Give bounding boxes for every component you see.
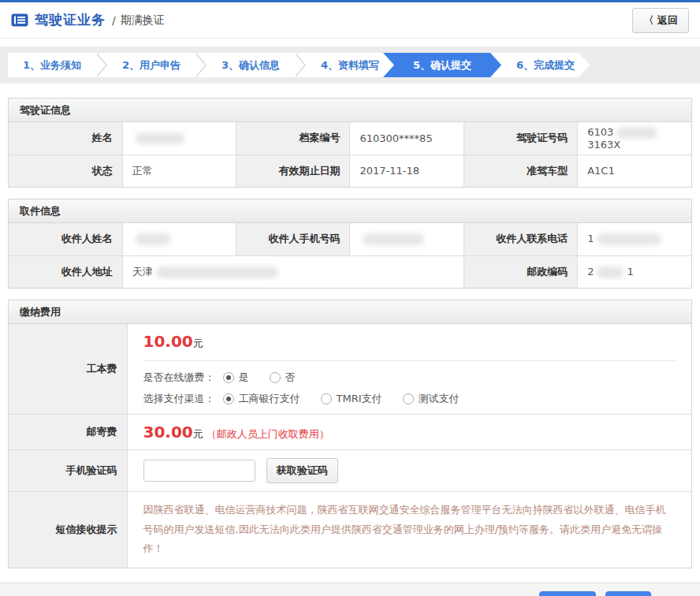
table-row: 短信接收提示 因陕西省联通、电信运营商技术问题，陕西省互联网交通安全综合服务管理…	[9, 492, 691, 568]
breadcrumb-current: 期满换证	[121, 13, 165, 28]
expiry-date-label: 有效期止日期	[236, 155, 350, 187]
table-row: 工本费 10.00元 是否在线缴费： 是 否 选择支付渠道： 工商银行支付 TM…	[9, 324, 691, 415]
step-1-business-notice[interactable]: 1、业务须知	[8, 53, 96, 77]
online-pay-yes-radio[interactable]	[223, 372, 234, 383]
redacted-recipient-tel	[597, 233, 661, 245]
postcode-label: 邮政编码	[464, 255, 577, 288]
finish-button[interactable]: 完成	[605, 591, 651, 596]
name-label: 姓名	[9, 122, 122, 155]
mail-fee-note: （邮政人员上门收取费用）	[207, 428, 330, 440]
redacted-postcode	[597, 266, 624, 278]
sms-tip-content: 因陕西省联通、电信运营商技术问题，陕西省互联网交通安全综合服务管理平台无法向持陕…	[127, 492, 691, 568]
online-pay-row: 是否在线缴费： 是 否	[143, 371, 676, 385]
sms-tip-text: 因陕西省联通、电信运营商技术问题，陕西省互联网交通安全综合服务管理平台无法向持陕…	[128, 492, 692, 568]
pickup-info-table: 收件人姓名 收件人手机号码 收件人联系电话 1 收件人地址 天津 邮政编码 21	[9, 223, 691, 288]
recipient-tel-label: 收件人联系电话	[464, 223, 577, 255]
table-row: 手机验证码 获取验证码	[9, 450, 691, 492]
fee-divider	[143, 360, 676, 361]
redacted-license-number	[616, 127, 657, 139]
sms-code-input[interactable]	[143, 460, 255, 482]
channel-test-radio[interactable]	[403, 393, 414, 404]
recipient-name-label: 收件人姓名	[9, 223, 122, 255]
vehicle-type-label: 准驾车型	[464, 155, 577, 187]
step-5-confirm-submit-active[interactable]: 5、确认提交	[383, 53, 501, 77]
table-row: 收件人姓名 收件人手机号码 收件人联系电话 1	[9, 223, 691, 255]
vehicle-type-value: A1C1	[578, 155, 691, 187]
license-info-section: 驾驶证信息 姓名 档案编号 610300****85 驾驶证号码 6103316…	[8, 98, 692, 188]
online-pay-yes-label[interactable]: 是	[239, 371, 249, 385]
expiry-date-value: 2017-11-18	[350, 155, 464, 187]
step-separator-icon	[295, 53, 306, 77]
redacted-recipient-mobile	[363, 233, 424, 245]
recipient-mobile-value	[350, 223, 464, 255]
step-3-confirm-info[interactable]: 3、确认信息	[207, 53, 295, 77]
footer-action-bar: 上一步 完成	[0, 583, 700, 596]
work-fee-content: 10.00元 是否在线缴费： 是 否 选择支付渠道： 工商银行支付 TMRI支付…	[127, 324, 691, 415]
get-code-button[interactable]: 获取验证码	[266, 458, 338, 483]
page-title: 驾驶证业务	[35, 11, 106, 29]
table-row: 姓名 档案编号 610300****85 驾驶证号码 61033163X	[9, 122, 691, 155]
sms-code-label: 手机验证码	[9, 450, 127, 492]
archive-number-label: 档案编号	[236, 122, 350, 155]
online-pay-label: 是否在线缴费：	[143, 371, 215, 385]
license-list-icon	[11, 13, 28, 27]
step-progress-bar: 1、业务须知 2、用户申告 3、确认信息 4、资料填写 5、确认提交 6、完成提…	[8, 53, 692, 77]
status-value: 正常	[122, 155, 236, 187]
postcode-prefix: 2	[587, 266, 594, 278]
postcode-value: 21	[578, 255, 691, 288]
online-pay-no-radio[interactable]	[270, 372, 281, 383]
redacted-recipient-address	[156, 266, 278, 278]
work-fee-currency: 元	[193, 337, 203, 349]
status-label: 状态	[9, 155, 122, 187]
online-pay-no-label[interactable]: 否	[285, 371, 296, 385]
license-number-prefix: 6103	[587, 126, 613, 138]
mail-fee-label: 邮寄费	[9, 415, 127, 450]
fees-section: 缴纳费用 工本费 10.00元 是否在线缴费： 是 否 选择支付渠道： 工商银行…	[8, 300, 692, 568]
fees-section-title: 缴纳费用	[9, 300, 691, 324]
mail-fee-amount: 30.00	[143, 423, 193, 441]
license-number-suffix: 3163X	[587, 139, 620, 151]
license-number-label: 驾驶证号码	[464, 122, 577, 155]
table-row: 收件人地址 天津 邮政编码 21	[9, 255, 691, 288]
redacted-recipient-name	[136, 233, 171, 245]
page-header: 驾驶证业务 / 期满换证 〈 返回	[0, 2, 700, 39]
back-arrow-icon: 〈	[643, 14, 653, 26]
breadcrumb-separator: /	[112, 14, 116, 27]
step-bar-filler	[579, 53, 692, 77]
sms-code-content: 获取验证码	[127, 450, 691, 492]
table-row: 状态 正常 有效期止日期 2017-11-18 准驾车型 A1C1	[9, 155, 691, 187]
license-info-table: 姓名 档案编号 610300****85 驾驶证号码 61033163X 状态 …	[9, 122, 691, 187]
step-separator-icon	[195, 53, 207, 77]
previous-step-button[interactable]: 上一步	[539, 591, 596, 596]
channel-test-label[interactable]: 测试支付	[419, 392, 460, 406]
license-number-value: 61033163X	[578, 122, 691, 155]
channel-icbc-radio[interactable]	[223, 393, 234, 404]
channel-tmri-label[interactable]: TMRI支付	[337, 392, 382, 406]
redacted-name	[136, 132, 184, 144]
mail-fee-content: 30.00元（邮政人员上门收取费用）	[127, 415, 691, 450]
recipient-tel-value: 1	[578, 223, 691, 255]
pay-channel-row: 选择支付渠道： 工商银行支付 TMRI支付 测试支付	[143, 392, 676, 406]
archive-number-value: 610300****85	[350, 122, 464, 155]
step-6-complete-submit[interactable]: 6、完成提交	[501, 53, 590, 77]
name-value	[122, 122, 236, 155]
work-fee-amount: 10.00	[143, 332, 193, 351]
table-row: 邮寄费 30.00元（邮政人员上门收取费用）	[9, 415, 691, 450]
pickup-info-section: 取件信息 收件人姓名 收件人手机号码 收件人联系电话 1 收件人地址 天津 邮政…	[8, 199, 692, 289]
step-2-user-declaration[interactable]: 2、用户申告	[107, 53, 195, 77]
channel-icbc-label[interactable]: 工商银行支付	[239, 392, 300, 406]
step-separator-icon	[96, 53, 107, 77]
step-progress-band: 1、业务须知 2、用户申告 3、确认信息 4、资料填写 5、确认提交 6、完成提…	[0, 47, 700, 84]
work-fee-price-line: 10.00元	[143, 332, 676, 351]
postcode-suffix: 1	[627, 266, 633, 278]
pickup-info-section-title: 取件信息	[9, 199, 691, 223]
recipient-address-prefix: 天津	[132, 266, 153, 278]
recipient-name-value	[122, 223, 236, 255]
step-4-fill-materials[interactable]: 4、资料填写	[306, 53, 394, 77]
mail-fee-currency: 元	[193, 428, 203, 440]
channel-tmri-radio[interactable]	[321, 393, 332, 404]
back-button[interactable]: 〈 返回	[632, 8, 689, 33]
work-fee-label: 工本费	[9, 324, 127, 415]
recipient-address-value: 天津	[122, 255, 464, 288]
sms-tip-label: 短信接收提示	[9, 492, 127, 568]
